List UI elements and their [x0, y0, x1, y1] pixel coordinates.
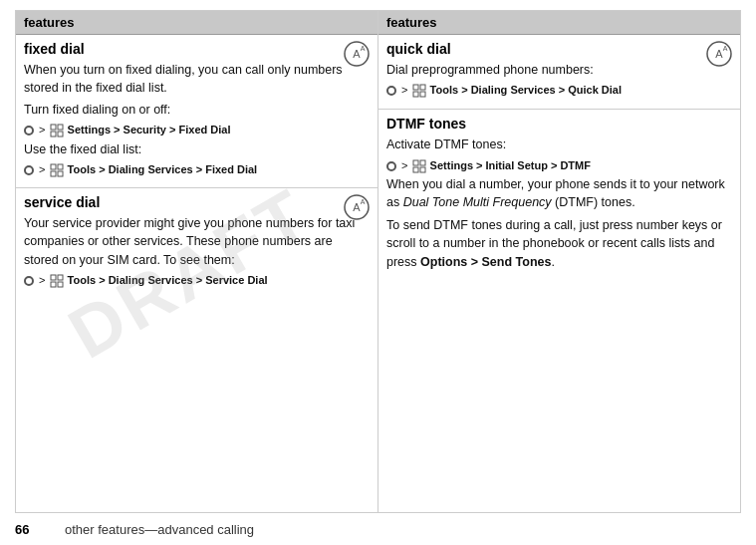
- fixed-dial-nav1-text: Settings > Security > Fixed Dial: [68, 124, 231, 136]
- svg-rect-16: [51, 282, 56, 287]
- svg-rect-9: [51, 171, 56, 176]
- svg-text:A: A: [723, 45, 728, 52]
- svg-rect-4: [58, 125, 63, 130]
- fixed-dial-p2: Turn fixed dialing on or off:: [24, 101, 370, 119]
- main-content: features A A fixed dial When you turn on…: [15, 10, 741, 513]
- svg-rect-22: [420, 85, 425, 90]
- fixed-dial-nav2: > Tools > Dialing Services > Fixed Dial: [24, 162, 370, 177]
- section-dtmf-tones: DTMF tones Activate DTMF tones: > Settin…: [378, 110, 740, 284]
- svg-rect-10: [58, 171, 63, 176]
- fixed-dial-title: fixed dial: [24, 41, 370, 57]
- svg-rect-21: [413, 85, 418, 90]
- service-dial-icon: A A: [344, 194, 370, 220]
- dtmf-nav1: > Settings > Initial Setup > DTMF: [386, 158, 732, 173]
- svg-rect-25: [413, 160, 418, 165]
- bullet-icon-1: [24, 126, 34, 136]
- quick-dial-p1: Dial preprogrammed phone numbers:: [386, 61, 732, 79]
- tools-grid-icon-1: [50, 163, 64, 177]
- quick-dial-nav1: > Tools > Dialing Services > Quick Dial: [386, 83, 732, 98]
- svg-rect-8: [58, 164, 63, 169]
- svg-rect-15: [58, 275, 63, 280]
- right-column: features A A quick dial Dial preprogramm…: [378, 11, 740, 512]
- left-column: features A A fixed dial When you turn on…: [16, 11, 378, 512]
- settings-grid-icon-1: [50, 124, 64, 137]
- dtmf-p2: When you dial a number, your phone sends…: [386, 175, 732, 211]
- fixed-dial-nav2-text: Tools > Dialing Services > Fixed Dial: [68, 163, 258, 175]
- svg-text:A: A: [361, 45, 366, 52]
- dtmf-options-bold: Options > Send Tones: [420, 255, 551, 269]
- quick-dial-title: quick dial: [386, 41, 732, 57]
- settings-grid-icon-2: [412, 159, 426, 173]
- fixed-dial-body: When you turn on fixed dialing, you can …: [24, 61, 370, 177]
- tools-grid-icon-3: [412, 84, 426, 98]
- svg-rect-28: [420, 167, 425, 172]
- svg-rect-17: [58, 282, 63, 287]
- quick-dial-icon: A A: [706, 41, 732, 67]
- section-quick-dial: A A quick dial Dial preprogrammed phone …: [378, 35, 740, 110]
- fixed-dial-p3: Use the fixed dial list:: [24, 140, 370, 158]
- dtmf-body: Activate DTMF tones: > Settings > Initia…: [386, 136, 732, 271]
- dtmf-p1: Activate DTMF tones:: [386, 136, 732, 153]
- quick-dial-nav1-text: Tools > Dialing Services > Quick Dial: [430, 84, 622, 96]
- bullet-icon-3: [24, 276, 34, 286]
- svg-rect-7: [51, 164, 56, 169]
- svg-rect-5: [51, 132, 56, 136]
- footer-chapter-text: other features—advanced calling: [65, 522, 254, 537]
- dtmf-italic: Dual Tone Multi Frequency: [403, 195, 552, 209]
- svg-rect-3: [51, 125, 56, 130]
- fixed-dial-nav1: > Settings > Security > Fixed Dial: [24, 123, 370, 137]
- section-fixed-dial: A A fixed dial When you turn on fixed di…: [16, 35, 378, 188]
- footer: 66 other features—advanced calling: [0, 518, 756, 545]
- service-dial-nav1-text: Tools > Dialing Services > Service Dial: [68, 274, 268, 286]
- fixed-dial-icon: A A: [344, 41, 370, 67]
- svg-text:A: A: [361, 198, 366, 205]
- dtmf-p3: To send DTMF tones during a call, just p…: [386, 216, 732, 270]
- dtmf-nav1-text: Settings > Initial Setup > DTMF: [430, 159, 591, 171]
- service-dial-p1: Your service provider might give you pho…: [24, 214, 370, 268]
- quick-dial-body: Dial preprogrammed phone numbers: > Tool…: [386, 61, 732, 99]
- svg-rect-26: [420, 160, 425, 165]
- section-service-dial: A A service dial Your service provider m…: [16, 188, 378, 298]
- bullet-icon-4: [386, 86, 396, 96]
- service-dial-title: service dial: [24, 194, 370, 210]
- svg-rect-14: [51, 275, 56, 280]
- page-wrapper: DRAFT features A A fixed dial When you t…: [0, 0, 756, 545]
- footer-page-number: 66: [15, 522, 45, 537]
- dtmf-title: DTMF tones: [386, 116, 732, 132]
- tools-grid-icon-2: [50, 274, 64, 288]
- svg-rect-6: [58, 132, 63, 136]
- service-dial-nav1: > Tools > Dialing Services > Service Dia…: [24, 273, 370, 288]
- svg-rect-27: [413, 167, 418, 172]
- svg-rect-23: [413, 92, 418, 97]
- bullet-icon-5: [386, 161, 396, 171]
- svg-rect-24: [420, 92, 425, 97]
- service-dial-body: Your service provider might give you pho…: [24, 214, 370, 288]
- right-col-header: features: [378, 11, 740, 35]
- bullet-icon-2: [24, 165, 34, 175]
- left-col-header: features: [16, 11, 378, 35]
- fixed-dial-p1: When you turn on fixed dialing, you can …: [24, 61, 370, 97]
